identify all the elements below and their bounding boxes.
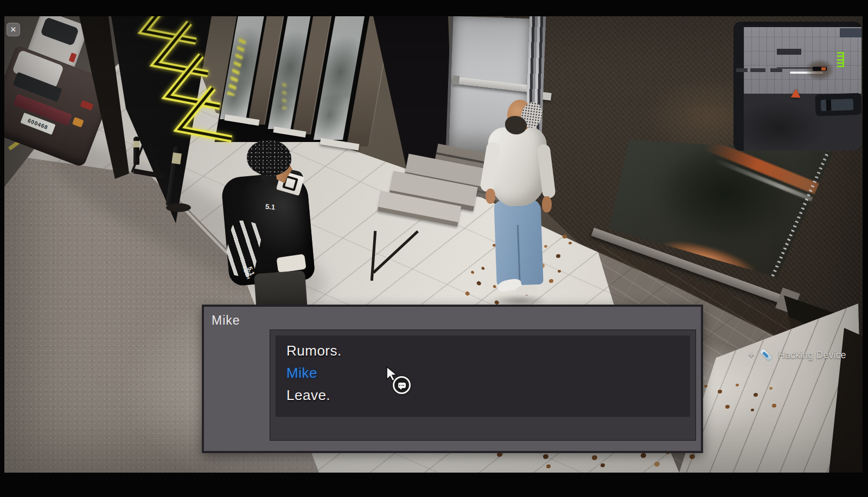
bar-bracket xyxy=(452,75,460,85)
mike-hand xyxy=(486,189,495,204)
map-car-windshield xyxy=(826,99,831,111)
close-button[interactable]: ✕ xyxy=(7,23,20,36)
bollard-band xyxy=(133,141,139,147)
mike-beard xyxy=(505,116,527,134)
dialog-speaker-name: Mike xyxy=(212,313,240,328)
mike-shoe xyxy=(516,285,538,295)
player-marker-icon xyxy=(791,88,801,98)
plus-icon: + xyxy=(749,350,754,360)
map-bench-highlight xyxy=(821,67,826,70)
jacket-decal: 5.1 xyxy=(265,202,275,211)
hacking-device-icon xyxy=(760,348,773,362)
bollard-band xyxy=(171,152,182,164)
map-dark-area xyxy=(733,22,744,151)
car-taillight xyxy=(69,53,77,62)
neon-reflection xyxy=(282,81,286,109)
npc-mike xyxy=(486,96,556,313)
car-taillight xyxy=(80,100,94,111)
mike-hand xyxy=(542,196,552,212)
letterbox-left xyxy=(0,0,4,497)
jeans-seam xyxy=(517,225,521,283)
device-screen xyxy=(762,351,769,358)
mike-jeans xyxy=(494,199,543,286)
dialog-option[interactable]: Mike xyxy=(276,362,690,384)
map-car xyxy=(815,93,861,117)
green-poi-icon xyxy=(837,52,844,68)
car-headlight xyxy=(72,117,84,128)
dialog-option[interactable]: Leave. xyxy=(276,384,690,406)
letterbox-top xyxy=(0,0,868,16)
map-building xyxy=(840,28,861,37)
map-object xyxy=(750,68,765,72)
map-bench xyxy=(813,67,827,71)
player-hair xyxy=(247,140,291,176)
dialog-inner-panel: Rumors. Mike Leave. xyxy=(270,330,696,441)
dialog-option[interactable]: Rumors. xyxy=(276,340,690,362)
minimap xyxy=(733,22,861,151)
player-character: 5.1 5.1 TECH xyxy=(225,140,320,321)
notification-label: Hacking Device xyxy=(778,350,846,361)
dialog-panel: Mike Rumors. Mike Leave. xyxy=(202,305,703,453)
car-rear-window xyxy=(40,17,79,46)
map-awning xyxy=(777,49,801,55)
letterbox-right xyxy=(863,0,868,497)
dialog-options-box: Rumors. Mike Leave. xyxy=(276,335,690,417)
close-icon: ✕ xyxy=(10,25,16,34)
map-car-roof xyxy=(821,99,853,111)
map-object xyxy=(736,68,748,72)
item-pickup-notification: + Hacking Device xyxy=(749,347,846,363)
letterbox-bottom xyxy=(0,473,868,497)
